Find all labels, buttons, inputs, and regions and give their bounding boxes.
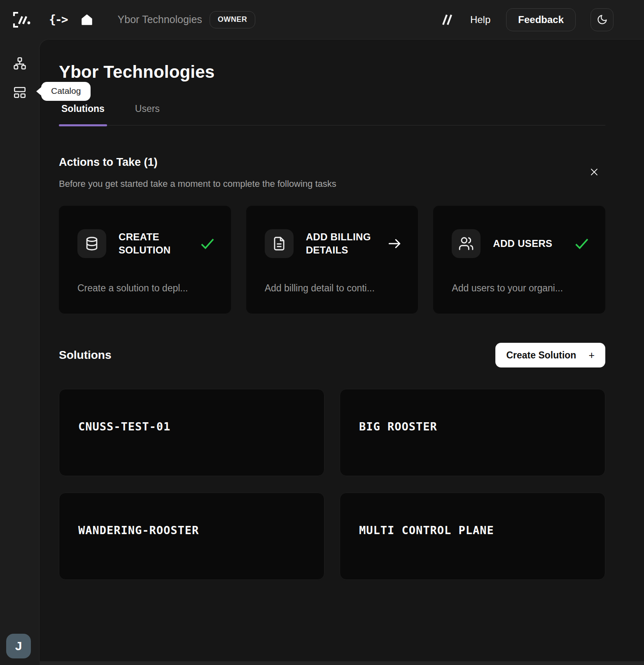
file-text-icon — [265, 229, 294, 258]
org-title: Ybor Technologies — [118, 14, 202, 26]
users-icon — [452, 229, 481, 258]
moon-icon — [597, 14, 608, 25]
solution-card[interactable]: BIG ROOSTER — [340, 389, 605, 476]
solutions-section: Solutions Create Solution + CNUSS-TEST-0… — [59, 343, 605, 580]
actions-title: Actions to Take (1) — [59, 156, 605, 169]
solution-name: MULTI CONTROL PLANE — [359, 524, 605, 537]
page-title: Ybor Technologies — [59, 62, 605, 82]
workspace-switcher[interactable]: {-> — [49, 13, 68, 26]
solution-name: BIG ROOSTER — [359, 420, 605, 433]
owner-badge: OWNER — [210, 11, 256, 28]
bottom-scrollbar-track — [40, 661, 644, 665]
help-link[interactable]: Help — [470, 14, 490, 26]
home-icon[interactable] — [81, 14, 93, 26]
action-card-add-billing[interactable]: ADD BILLING DETAILS Add billing detail t… — [246, 206, 418, 314]
topbar-right-group: Help Feedback — [439, 8, 614, 31]
slashes-icon — [439, 12, 454, 28]
solution-card[interactable]: WANDERING-ROOSTER — [59, 493, 324, 580]
action-card-title: ADD USERS — [493, 237, 552, 250]
action-card-create-solution[interactable]: CREATE SOLUTION Create a solution to dep… — [59, 206, 231, 314]
tab-users[interactable]: Users — [133, 103, 162, 125]
plus-icon: + — [588, 349, 595, 361]
actions-to-take-section: Actions to Take (1) Before you get start… — [59, 156, 605, 314]
solutions-title: Solutions — [59, 349, 112, 362]
check-icon — [573, 235, 590, 252]
catalog-icon[interactable] — [13, 85, 27, 99]
actions-subtitle: Before you get started take a moment to … — [59, 179, 605, 189]
catalog-tooltip: Catalog — [41, 82, 91, 101]
feedback-button[interactable]: Feedback — [506, 8, 576, 31]
action-card-description: Add users to your organi... — [452, 283, 590, 294]
theme-toggle-button[interactable] — [590, 8, 614, 31]
action-card-row: CREATE SOLUTION Create a solution to dep… — [59, 206, 605, 314]
top-bar: {-> Ybor Technologies OWNER Help Feedbac… — [0, 0, 644, 39]
solutions-grid: CNUSS-TEST-01 BIG ROOSTER WANDERING-ROOS… — [59, 389, 605, 580]
solution-name: CNUSS-TEST-01 — [78, 420, 324, 433]
action-card-description: Add billing detail to conti... — [265, 283, 404, 294]
check-icon — [199, 235, 215, 252]
create-solution-label: Create Solution — [506, 350, 576, 361]
create-solution-button[interactable]: Create Solution + — [495, 343, 605, 367]
close-icon[interactable] — [589, 167, 600, 177]
action-card-title: ADD BILLING DETAILS — [306, 230, 387, 257]
tab-bar: Solutions Users — [59, 103, 605, 126]
solution-card[interactable]: MULTI CONTROL PLANE — [340, 493, 605, 580]
database-icon — [77, 229, 106, 258]
action-card-description: Create a solution to depl... — [77, 283, 216, 294]
left-rail: J — [0, 39, 39, 665]
org-hierarchy-icon[interactable] — [13, 56, 27, 70]
arrow-right-icon — [387, 236, 402, 251]
solution-name: WANDERING-ROOSTER — [78, 524, 324, 537]
user-avatar[interactable]: J — [6, 634, 31, 658]
action-card-title: CREATE SOLUTION — [119, 230, 199, 257]
tab-solutions[interactable]: Solutions — [59, 103, 107, 125]
solution-card[interactable]: CNUSS-TEST-01 — [59, 389, 324, 476]
action-card-add-users[interactable]: ADD USERS Add users to your organi... — [433, 206, 605, 314]
brand-logo-icon — [10, 10, 32, 30]
main-panel: Ybor Technologies Solutions Users Action… — [39, 39, 644, 661]
